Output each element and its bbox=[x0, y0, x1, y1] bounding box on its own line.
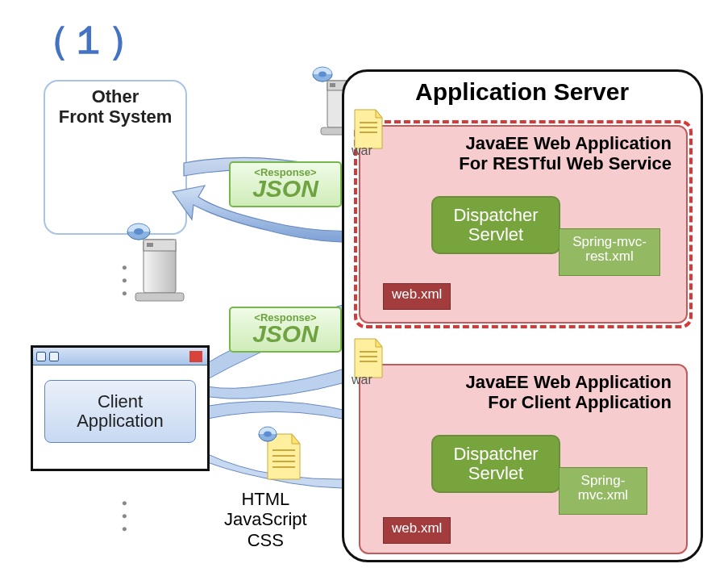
application-server-box: Application Server JavaEE Web Applicatio… bbox=[342, 69, 703, 562]
dispatcher-servlet-box: Dispatcher Servlet bbox=[431, 196, 560, 254]
web-document-icon bbox=[258, 426, 303, 484]
front-system-line1: Other bbox=[92, 86, 139, 106]
json-label: JSON bbox=[235, 177, 335, 201]
front-system-title: Other Front System bbox=[45, 86, 185, 127]
rest-war-line2: For RESTful Web Service bbox=[459, 153, 672, 173]
spring-file-line2: mvc.xml bbox=[578, 487, 628, 503]
war-document-icon: war bbox=[352, 337, 385, 387]
svg-rect-10 bbox=[330, 83, 335, 87]
vertical-ellipsis-icon: ・・・ bbox=[111, 261, 137, 300]
svg-point-7 bbox=[318, 72, 327, 77]
other-front-system-box: Other Front System bbox=[44, 80, 187, 235]
dispatcher-line1: Dispatcher bbox=[453, 205, 538, 225]
web-xml-file: web.xml bbox=[383, 517, 451, 544]
svg-point-23 bbox=[264, 432, 272, 437]
diagram-canvas: （１） Other Front System ・・・ ・・・ bbox=[0, 0, 728, 572]
application-server-title: Application Server bbox=[415, 78, 629, 106]
json-response-tag: <Response> JSON bbox=[229, 161, 342, 207]
client-app-line2: Application bbox=[77, 411, 164, 431]
asset-js: JavaScript bbox=[224, 509, 307, 529]
spring-xml-file: Spring- mvc.xml bbox=[559, 467, 647, 515]
rest-war-line1: JavaEE Web Application bbox=[465, 133, 672, 153]
client-application-box: Client Application bbox=[44, 380, 196, 443]
client-war-line2: For Client Application bbox=[488, 392, 672, 412]
vertical-ellipsis-icon: ・・・ bbox=[111, 497, 137, 536]
dispatcher-line1: Dispatcher bbox=[453, 444, 538, 464]
svg-point-1 bbox=[134, 228, 144, 235]
step-number: （１） bbox=[31, 15, 147, 66]
svg-rect-5 bbox=[135, 293, 184, 301]
client-window: Client Application bbox=[31, 345, 210, 471]
front-system-line2: Front System bbox=[59, 106, 173, 127]
json-label: JSON bbox=[235, 322, 335, 346]
rest-war-title: JavaEE Web Application For RESTful Web S… bbox=[360, 127, 686, 176]
client-war-line1: JavaEE Web Application bbox=[465, 372, 672, 392]
client-app-line1: Client bbox=[98, 391, 143, 411]
client-war-title: JavaEE Web Application For Client Applic… bbox=[360, 365, 686, 415]
rest-war-box: JavaEE Web Application For RESTful Web S… bbox=[359, 125, 688, 324]
svg-rect-4 bbox=[147, 243, 153, 247]
war-document-icon: war bbox=[352, 108, 385, 158]
spring-xml-file: Spring-mvc- rest.xml bbox=[559, 228, 660, 276]
dispatcher-line2: Servlet bbox=[468, 463, 523, 483]
dispatcher-servlet-box: Dispatcher Servlet bbox=[431, 435, 560, 493]
close-icon bbox=[189, 351, 202, 362]
json-response-tag: <Response> JSON bbox=[229, 307, 342, 353]
spring-file-line1: Spring-mvc- bbox=[572, 234, 647, 249]
window-control-icon bbox=[36, 352, 46, 361]
dispatcher-line2: Servlet bbox=[468, 224, 523, 244]
spring-file-line1: Spring- bbox=[581, 473, 626, 488]
window-titlebar bbox=[33, 348, 207, 365]
window-control-icon bbox=[49, 352, 59, 361]
client-war-box: JavaEE Web Application For Client Applic… bbox=[359, 364, 688, 554]
asset-css: CSS bbox=[248, 530, 284, 550]
asset-html: HTML bbox=[241, 489, 289, 509]
web-xml-file: web.xml bbox=[383, 283, 451, 310]
html-js-css-label: HTML JavaScript CSS bbox=[224, 489, 307, 550]
spring-file-line2: rest.xml bbox=[585, 248, 634, 264]
